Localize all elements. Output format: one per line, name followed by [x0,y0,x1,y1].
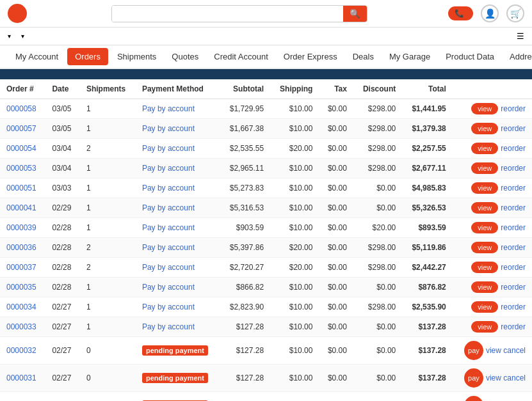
order-link[interactable]: 0000031 [6,373,36,382]
order-shipments: 1 [80,218,136,238]
cancel-button[interactable]: cancel [503,346,526,355]
order-total: $2,677.11 [402,159,453,178]
order-shipments: 2 [80,258,136,278]
order-discount: $0.00 [353,278,402,297]
order-number: 0000036 [0,238,45,258]
search-button[interactable]: 🔍 [343,6,367,22]
order-number: 0000031 [0,365,45,392]
search-input[interactable] [112,6,343,22]
view-button[interactable]: view [471,103,498,114]
order-link[interactable]: 0000034 [6,303,36,311]
reorder-button[interactable]: reorder [501,263,526,272]
reorder-button[interactable]: reorder [501,223,526,232]
order-payment-method: Pay by account [136,297,220,317]
order-shipments: 2 [80,238,136,258]
order-payment-method: Pay by account [136,317,220,337]
cart-icon[interactable]: 🛒 [506,4,524,22]
order-link[interactable]: 0000033 [6,322,36,331]
order-link[interactable]: 0000032 [6,346,36,355]
pay-button[interactable]: pay [464,396,483,401]
order-link[interactable]: 0000037 [6,263,36,272]
nav-item-deals[interactable]: Deals [345,45,382,68]
col-header: Payment Method [136,79,220,99]
view-button[interactable]: view [471,321,498,333]
order-link[interactable]: 0000039 [6,223,36,232]
view-button[interactable]: view [471,222,498,233]
view-button[interactable]: view [471,143,498,154]
view-button[interactable]: view [471,182,498,194]
view-button[interactable]: view [486,346,501,355]
pay-button[interactable]: pay [464,341,483,360]
order-link[interactable]: 0000036 [6,243,36,252]
shop-by-category-button[interactable] [8,33,11,40]
order-link[interactable]: 0000058 [6,104,36,113]
order-link[interactable]: 0000057 [6,124,36,133]
order-date: 02/28 [45,278,80,297]
view-button[interactable]: view [471,162,498,174]
reorder-button[interactable]: reorder [501,283,526,292]
nav-item-orders[interactable]: Orders [67,48,108,65]
payment-method-link[interactable]: Pay by account [142,223,195,232]
nav-item-address[interactable]: Address [502,45,532,68]
nav-item-shipments[interactable]: Shipments [109,45,164,68]
order-link[interactable]: 0000035 [6,283,36,292]
nav-item-order-express[interactable]: Order Express [276,45,345,68]
view-button[interactable]: view [471,301,498,313]
order-link[interactable]: 0000051 [6,184,36,193]
menu-button[interactable]: ☰ [514,31,524,41]
payment-method-link[interactable]: Pay by account [142,303,195,311]
order-link[interactable]: 0000041 [6,203,36,212]
view-button[interactable]: view [471,202,498,214]
payment-method-link[interactable]: Pay by account [142,203,195,212]
payment-method-link[interactable]: Pay by account [142,124,195,133]
payment-method-link[interactable]: Pay by account [142,322,195,331]
nav-item-credit-account[interactable]: Credit Account [206,45,276,68]
order-discount: $298.00 [353,258,402,278]
view-button[interactable]: view [471,242,498,253]
payment-method-link[interactable]: Pay by account [142,164,195,173]
view-button[interactable]: view [471,262,498,273]
reorder-button[interactable]: reorder [501,124,526,133]
order-shipments: 1 [80,317,136,337]
nav-item-product-data[interactable]: Product Data [438,45,502,68]
nav-item-my-garage[interactable]: My Garage [382,45,438,68]
phone-button[interactable]: 📞 [448,6,473,20]
view-button[interactable]: view [471,281,498,293]
reorder-button[interactable]: reorder [501,164,526,173]
order-link[interactable]: 0000054 [6,144,36,153]
nav-item-quotes[interactable]: Quotes [164,45,206,68]
view-button[interactable]: view [486,373,501,382]
account-icon[interactable]: 👤 [481,4,499,22]
reorder-button[interactable]: reorder [501,203,526,212]
order-link[interactable]: 0000053 [6,164,36,173]
col-header: Total [402,79,453,99]
order-actions: payview cancel [453,392,532,402]
order-number: 0000051 [0,178,45,198]
shop-by-diff-button[interactable] [21,33,24,40]
pay-button[interactable]: pay [464,368,483,388]
order-date: 03/05 [45,119,80,139]
order-shipping: $10.00 [270,297,319,317]
order-tax: $0.00 [319,119,353,139]
nav-item-my-account[interactable]: My Account [8,45,66,68]
payment-method-link[interactable]: Pay by account [142,184,195,193]
payment-method-link[interactable]: Pay by account [142,263,195,272]
payment-method-link[interactable]: Pay by account [142,144,195,153]
reorder-button[interactable]: reorder [501,243,526,252]
cancel-button[interactable]: cancel [503,373,526,382]
reorder-button[interactable]: reorder [501,184,526,193]
order-date: 03/05 [45,99,80,119]
logo-icon [8,4,27,23]
category-bar: ☰ [0,28,532,45]
payment-method-link[interactable]: Pay by account [142,104,195,113]
order-actions: viewreorder [453,297,532,317]
reorder-button[interactable]: reorder [501,322,526,331]
payment-method-link[interactable]: Pay by account [142,243,195,252]
reorder-button[interactable]: reorder [501,303,526,311]
order-payment-method: Pay by account [136,218,220,238]
view-button[interactable]: view [471,123,498,134]
payment-method-link[interactable]: Pay by account [142,283,195,292]
order-tax: $0.00 [319,178,353,198]
reorder-button[interactable]: reorder [501,104,526,113]
reorder-button[interactable]: reorder [501,144,526,153]
